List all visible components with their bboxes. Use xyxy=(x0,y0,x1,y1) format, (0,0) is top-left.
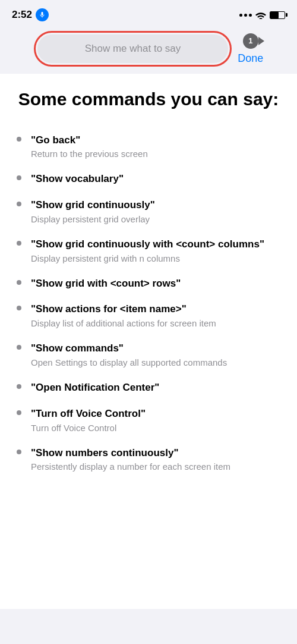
command-desc: Turn off Voice Control xyxy=(31,422,280,434)
command-title: "Go back" xyxy=(31,133,280,147)
command-title: "Show actions for <item name>" xyxy=(31,302,280,316)
bullet-icon xyxy=(17,306,21,310)
command-title: "Show grid with <count> rows" xyxy=(31,277,280,291)
command-text-block: "Show numbers continuously"Persistently … xyxy=(31,446,280,473)
command-title: "Open Notification Center" xyxy=(31,381,280,395)
status-left: 2:52 xyxy=(12,8,49,21)
command-item: "Show grid with <count> rows" xyxy=(17,271,280,297)
command-text-block: "Show actions for <item name>"Display li… xyxy=(31,302,280,329)
command-text-block: "Show vocabulary" xyxy=(31,172,280,186)
badge-done-area: 1 Done xyxy=(238,33,263,65)
command-text-block: "Show grid with <count> rows" xyxy=(31,277,280,291)
command-item: "Show numbers continuously"Persistently … xyxy=(17,440,280,479)
bullet-icon xyxy=(17,137,21,142)
bullet-icon xyxy=(17,345,21,350)
command-text-block: "Turn off Voice Control"Turn off Voice C… xyxy=(31,407,280,434)
voice-placeholder: Show me what to say xyxy=(85,43,181,54)
command-text-block: "Show grid continuously with <count> col… xyxy=(31,237,280,265)
voice-input-container[interactable]: Show me what to say xyxy=(34,31,232,67)
battery-icon xyxy=(270,11,285,19)
command-text-block: "Show grid continuously"Display persiste… xyxy=(31,198,280,225)
bullet-icon xyxy=(17,202,21,206)
command-item: "Turn off Voice Control"Turn off Voice C… xyxy=(17,401,280,440)
command-desc: Display list of additional actions for s… xyxy=(31,317,280,329)
command-text-block: "Open Notification Center" xyxy=(31,381,280,395)
main-content: Some commands you can say: "Go back"Retu… xyxy=(0,74,297,609)
command-desc: Display persistent grid with n columns xyxy=(31,252,280,265)
wifi-icon xyxy=(255,11,266,19)
command-text-block: "Go back"Return to the previous screen xyxy=(31,133,280,161)
bullet-icon xyxy=(17,241,21,246)
bullet-icon xyxy=(17,410,21,415)
bullet-icon xyxy=(17,450,21,454)
voice-input-outline: Show me what to say xyxy=(34,31,232,67)
status-right xyxy=(239,11,285,19)
status-time: 2:52 xyxy=(12,9,32,21)
command-desc: Display persistent grid overlay xyxy=(31,213,280,225)
bullet-icon xyxy=(17,280,21,285)
bullet-icon xyxy=(17,175,21,180)
header-area: Show me what to say 1 Done xyxy=(0,26,297,74)
command-item: "Show commands"Open Settings to display … xyxy=(17,335,280,375)
voice-input-box[interactable]: Show me what to say xyxy=(37,34,229,63)
command-item: "Open Notification Center" xyxy=(17,375,280,401)
command-title: "Show grid continuously" xyxy=(31,198,280,212)
command-title: "Turn off Voice Control" xyxy=(31,407,280,421)
status-bar: 2:52 xyxy=(0,0,297,26)
command-item: "Show grid continuously with <count> col… xyxy=(17,231,280,271)
command-text-block: "Show commands"Open Settings to display … xyxy=(31,341,280,369)
commands-list: "Go back"Return to the previous screen"S… xyxy=(17,127,280,479)
command-item: "Go back"Return to the previous screen xyxy=(17,127,280,167)
command-title: "Show commands" xyxy=(31,341,280,356)
command-desc: Return to the previous screen xyxy=(31,147,280,160)
bullet-icon xyxy=(17,384,21,389)
command-desc: Open Settings to display all supported c… xyxy=(31,356,280,369)
command-title: "Show numbers continuously" xyxy=(31,446,280,460)
badge: 1 xyxy=(243,33,258,49)
command-item: "Show actions for <item name>"Display li… xyxy=(17,296,280,335)
command-item: "Show grid continuously"Display persiste… xyxy=(17,192,280,231)
signal-icon xyxy=(239,14,252,17)
page-title: Some commands you can say: xyxy=(17,88,280,111)
command-desc: Persistently display a number for each s… xyxy=(31,460,280,473)
done-button[interactable]: Done xyxy=(238,52,263,65)
microphone-icon xyxy=(36,8,49,21)
command-title: "Show grid continuously with <count> col… xyxy=(31,237,280,252)
command-item: "Show vocabulary" xyxy=(17,166,280,192)
command-title: "Show vocabulary" xyxy=(31,172,280,186)
